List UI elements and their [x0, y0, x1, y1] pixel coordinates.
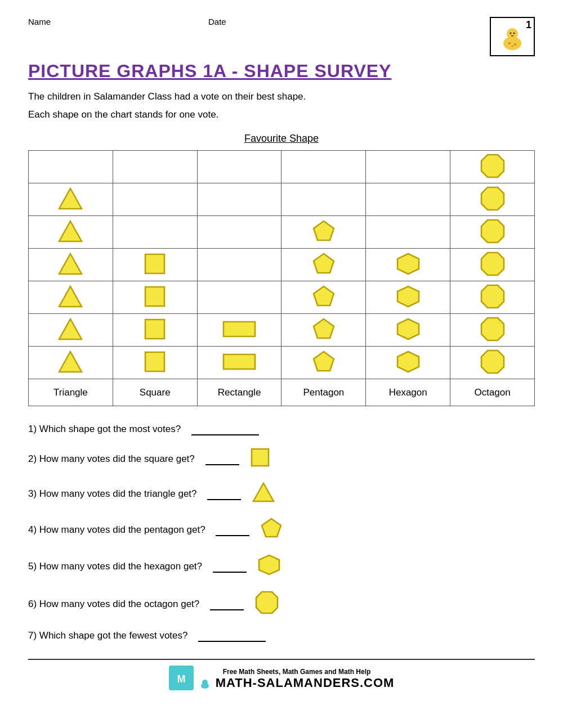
svg-marker-9	[481, 155, 504, 177]
svg-rect-32	[145, 352, 164, 371]
q2-answer-line[interactable]	[205, 453, 239, 465]
cell-triangle-4	[29, 249, 113, 281]
footer-brand: MATH-SALAMANDERS.COM	[199, 676, 395, 690]
cell-triangle-5	[29, 216, 113, 249]
svg-marker-29	[397, 319, 419, 339]
cell-square-5	[113, 216, 197, 249]
q6-text: 6) How many votes did the octagon get?	[28, 599, 202, 610]
cell-pentagon-5	[282, 216, 366, 249]
svg-rect-21	[145, 287, 164, 306]
question-5: 5) How many votes did the hexagon get?	[28, 554, 535, 578]
question-3: 3) How many votes did the triangle get?	[28, 482, 535, 505]
cell-hexagon-4	[366, 249, 450, 281]
col-label-hexagon: Hexagon	[366, 379, 450, 406]
svg-marker-15	[59, 254, 82, 274]
col-label-pentagon: Pentagon	[282, 379, 366, 406]
top-meta: Name Date 1	[28, 17, 535, 56]
svg-marker-30	[481, 318, 504, 340]
cell-octagon-4	[450, 249, 535, 281]
cell-triangle-6	[29, 183, 113, 216]
svg-marker-25	[59, 319, 82, 339]
q6-answer-line[interactable]	[210, 598, 244, 610]
svg-marker-35	[397, 352, 419, 372]
octagon-icon	[255, 591, 279, 617]
cell-square-7	[113, 151, 197, 183]
svg-marker-14	[481, 220, 504, 242]
cell-hexagon-2	[366, 314, 450, 347]
logo-number: 1	[526, 19, 531, 31]
svg-point-1	[507, 28, 518, 39]
svg-rect-33	[224, 354, 255, 369]
cell-pentagon-1	[282, 347, 366, 379]
svg-rect-37	[252, 449, 269, 466]
svg-marker-40	[259, 555, 279, 574]
cell-square-2	[113, 314, 197, 347]
chart-row-6	[29, 183, 535, 216]
logo-icon	[495, 24, 529, 56]
q7-answer-line[interactable]	[198, 630, 266, 642]
svg-point-45	[202, 680, 208, 685]
cell-triangle-1	[29, 347, 113, 379]
q7-text: 7) Which shape got the fewest votes?	[28, 630, 190, 641]
q3-text: 3) How many votes did the triangle get?	[28, 488, 199, 500]
square-icon	[251, 448, 270, 470]
col-label-rectangle: Rectangle	[197, 379, 282, 406]
q1-answer-line[interactable]	[191, 423, 259, 435]
cell-octagon-3	[450, 281, 535, 314]
svg-marker-23	[397, 286, 419, 307]
cell-triangle-7	[29, 151, 113, 183]
cell-rectangle-1	[197, 347, 282, 379]
cell-rectangle-2	[197, 314, 282, 347]
page-title: PICTURE GRAPHS 1A - SHAPE SURVEY	[28, 61, 535, 82]
footer: M Free Math Sheets, Math Games and Math …	[28, 659, 535, 693]
svg-point-5	[514, 43, 516, 46]
svg-rect-26	[145, 320, 164, 339]
cell-rectangle-4	[197, 249, 282, 281]
svg-text:M: M	[177, 673, 185, 685]
meta-labels: Name Date	[28, 17, 226, 26]
col-label-square: Square	[113, 379, 197, 406]
svg-point-4	[508, 42, 511, 44]
cell-octagon-6	[450, 183, 535, 216]
svg-marker-20	[59, 286, 82, 307]
chart-row-5	[29, 216, 535, 249]
date-label: Date	[208, 17, 226, 26]
cell-square-4	[113, 249, 197, 281]
question-1: 1) Which shape got the most votes?	[28, 423, 535, 435]
cell-square-3	[113, 281, 197, 314]
cell-pentagon-2	[282, 314, 366, 347]
svg-marker-19	[481, 253, 504, 275]
q3-answer-line[interactable]	[207, 488, 241, 500]
cell-rectangle-7	[197, 151, 282, 183]
name-label: Name	[28, 17, 51, 26]
svg-marker-24	[481, 285, 504, 308]
svg-marker-28	[314, 319, 334, 338]
svg-rect-16	[145, 254, 164, 273]
svg-marker-36	[481, 350, 504, 373]
q1-text: 1) Which shape got the most votes?	[28, 424, 184, 435]
svg-marker-18	[397, 254, 419, 274]
cell-octagon-1	[450, 347, 535, 379]
cell-triangle-3	[29, 281, 113, 314]
question-2: 2) How many votes did the square get?	[28, 448, 535, 470]
cell-octagon-7	[450, 151, 535, 183]
hexagon-icon	[258, 554, 280, 578]
chart-row-4	[29, 249, 535, 281]
cell-rectangle-6	[197, 183, 282, 216]
cell-octagon-2	[450, 314, 535, 347]
svg-marker-41	[256, 592, 278, 613]
chart-title: Favourite Shape	[28, 133, 535, 145]
q4-answer-line[interactable]	[216, 524, 249, 536]
cell-pentagon-4	[282, 249, 366, 281]
question-4: 4) How many votes did the pentagon get?	[28, 518, 535, 542]
questions-section: 1) Which shape got the most votes? 2) Ho…	[28, 423, 535, 642]
chart-row-2	[29, 314, 535, 347]
cell-hexagon-3	[366, 281, 450, 314]
question-6: 6) How many votes did the octagon get?	[28, 591, 535, 617]
q5-answer-line[interactable]	[213, 560, 247, 573]
cell-pentagon-6	[282, 183, 366, 216]
svg-marker-38	[253, 483, 274, 501]
triangle-icon	[252, 482, 275, 505]
cell-octagon-5	[450, 216, 535, 249]
footer-text-block: Free Math Sheets, Math Games and Math He…	[199, 668, 395, 690]
